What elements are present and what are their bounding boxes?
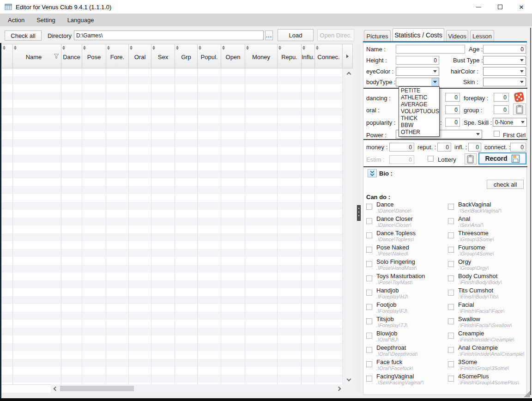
cando-checkbox[interactable]: [448, 361, 454, 367]
column-header-influ[interactable]: Influ.: [302, 44, 315, 68]
table-row[interactable]: [2, 288, 343, 296]
check-all-button[interactable]: Check all: [5, 30, 42, 41]
table-row[interactable]: [2, 92, 343, 100]
cando-checkbox[interactable]: [448, 318, 454, 324]
scrollbar-thumb[interactable]: [60, 386, 134, 391]
dropdown-option-bbw[interactable]: BBW: [399, 122, 439, 128]
foreplay-input[interactable]: 0: [494, 93, 509, 102]
table-row[interactable]: [2, 139, 343, 147]
popularity-value-input[interactable]: 0: [445, 118, 460, 127]
cando-checkbox[interactable]: [366, 318, 372, 324]
cando-checkbox[interactable]: [366, 333, 372, 339]
table-row[interactable]: [2, 375, 343, 383]
table-row[interactable]: [2, 68, 343, 76]
resize-grip[interactable]: [524, 391, 530, 397]
table-row[interactable]: [2, 76, 343, 84]
table-row[interactable]: [2, 210, 343, 218]
table-row[interactable]: [2, 296, 343, 304]
first-girl-checkbox[interactable]: [494, 131, 500, 137]
table-row[interactable]: [2, 304, 343, 312]
table-row[interactable]: [2, 108, 343, 115]
splitter-grip[interactable]: [357, 205, 361, 221]
cando-checkbox[interactable]: [448, 376, 454, 382]
oral-value-input[interactable]: 0: [445, 105, 460, 114]
load-button[interactable]: Load: [278, 29, 314, 41]
table-row[interactable]: [2, 178, 343, 186]
tab-lesson[interactable]: Lesson: [470, 30, 494, 42]
cando-checkbox[interactable]: [448, 304, 454, 310]
cando-checkbox[interactable]: [366, 261, 372, 267]
connect-input[interactable]: 0: [510, 143, 526, 152]
directory-input[interactable]: D:\Games\: [74, 30, 264, 40]
cando-checkbox[interactable]: [448, 333, 454, 339]
spe-skill-select[interactable]: 0-None: [493, 118, 527, 127]
column-header-money[interactable]: Money: [245, 44, 278, 68]
cando-checkbox[interactable]: [366, 218, 372, 224]
minimize-button[interactable]: [468, 0, 489, 14]
random-dice-button[interactable]: [513, 91, 525, 105]
table-row[interactable]: [2, 84, 343, 92]
table-row[interactable]: [2, 265, 343, 273]
height-input[interactable]: 0: [396, 56, 439, 65]
bust-type-select[interactable]: [483, 56, 526, 65]
check-all-cando-button[interactable]: check all: [487, 180, 524, 189]
dancing-value-input[interactable]: 0: [445, 93, 460, 102]
paste-button-2[interactable]: [465, 153, 477, 164]
cando-checkbox[interactable]: [448, 275, 454, 281]
bio-expand-button[interactable]: [368, 169, 377, 177]
cando-checkbox[interactable]: [366, 376, 372, 382]
body-type-select[interactable]: [396, 78, 439, 86]
table-row[interactable]: [2, 343, 343, 351]
table-row[interactable]: [2, 257, 343, 265]
column-header-pose[interactable]: Pose: [82, 44, 106, 68]
cando-checkbox[interactable]: [448, 347, 454, 353]
column-header-fore[interactable]: Fore.: [106, 44, 129, 68]
cando-checkbox[interactable]: [448, 204, 454, 210]
tab-videos[interactable]: Videos: [446, 30, 468, 42]
open-directory-button[interactable]: Open Direc.: [317, 29, 354, 41]
table-row[interactable]: [2, 320, 343, 328]
cando-checkbox[interactable]: [366, 304, 372, 310]
table-row[interactable]: [2, 280, 343, 288]
cando-checkbox[interactable]: [448, 232, 454, 238]
dropdown-option-thick[interactable]: THICK: [399, 115, 439, 122]
infl-input[interactable]: 0: [468, 143, 481, 152]
skin-select[interactable]: [483, 78, 526, 86]
dropdown-option-athletic[interactable]: ATHLETIC: [399, 94, 439, 101]
cando-checkbox[interactable]: [448, 247, 454, 253]
table-row[interactable]: [2, 131, 343, 139]
column-header-name[interactable]: Name: [13, 44, 61, 68]
money-input[interactable]: 0: [389, 143, 414, 152]
filter-funnel-icon[interactable]: [54, 52, 59, 61]
table-row[interactable]: [2, 273, 343, 280]
column-header-gutter[interactable]: [2, 44, 13, 68]
age-input[interactable]: 0: [483, 45, 526, 54]
column-header-popul[interactable]: Popul.: [198, 44, 221, 68]
column-header-open[interactable]: Open: [221, 44, 245, 68]
table-row[interactable]: [2, 170, 343, 178]
scroll-right-button[interactable]: [335, 385, 342, 392]
table-row[interactable]: [2, 186, 343, 194]
browse-button[interactable]: ...: [265, 30, 273, 40]
cando-checkbox[interactable]: [448, 261, 454, 267]
cando-checkbox[interactable]: [448, 218, 454, 224]
table-row[interactable]: [2, 351, 343, 359]
menu-setting[interactable]: Setting: [30, 14, 61, 26]
dropdown-option-petite[interactable]: PETITE: [399, 87, 439, 94]
tab-pictures[interactable]: Pictures: [364, 30, 391, 42]
paste-button[interactable]: [513, 103, 526, 115]
close-button[interactable]: ×: [511, 0, 532, 14]
dropdown-option-average[interactable]: AVERAGE: [399, 101, 439, 108]
hair-color-select[interactable]: [483, 67, 526, 76]
table-row[interactable]: [2, 367, 343, 375]
menu-language[interactable]: Language: [61, 14, 100, 26]
estim-input[interactable]: 0: [389, 155, 414, 164]
maximize-button[interactable]: [490, 0, 511, 14]
table-row[interactable]: [2, 163, 343, 170]
table-row[interactable]: [2, 218, 343, 225]
table-row[interactable]: [2, 100, 343, 108]
name-input[interactable]: [396, 45, 465, 54]
vertical-scrollbar[interactable]: [345, 68, 353, 384]
menu-action[interactable]: Action: [2, 14, 30, 26]
table-row[interactable]: [2, 225, 343, 233]
